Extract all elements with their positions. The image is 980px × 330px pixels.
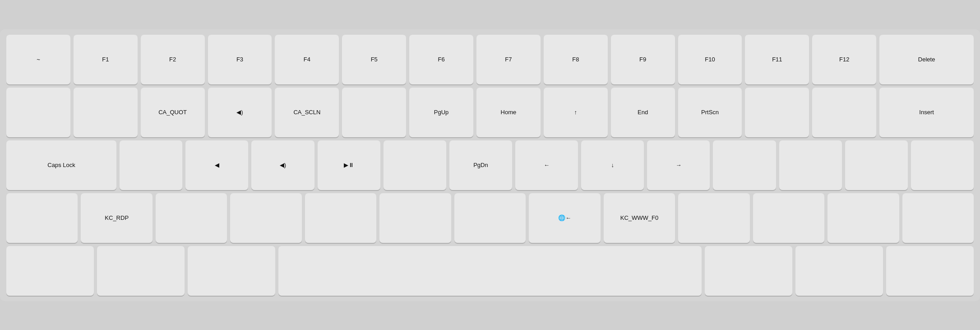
key-tilde[interactable]: ~ (6, 35, 70, 84)
key-label-vol-mid: ◀) (236, 109, 243, 116)
key-r3k2[interactable] (120, 140, 182, 190)
key-r4k12[interactable] (827, 193, 899, 243)
key-f9[interactable]: F9 (611, 35, 675, 84)
key-f5[interactable]: F5 (342, 35, 406, 84)
key-f11[interactable]: F11 (745, 35, 809, 84)
key-label-ca-quot: CA_QUOT (158, 109, 187, 116)
key-label-www-back: 🌐← (558, 214, 571, 221)
key-r4k7[interactable] (454, 193, 526, 243)
key-vol-dn[interactable]: ◀) (251, 140, 314, 190)
key-r5k6[interactable] (795, 246, 883, 296)
key-f7[interactable]: F7 (476, 35, 541, 84)
row5 (6, 246, 974, 296)
key-home[interactable]: Home (476, 88, 541, 137)
key-insert[interactable]: Insert (879, 88, 974, 137)
key-label-f2: F2 (169, 56, 176, 63)
key-label-up: ↑ (574, 109, 578, 116)
key-label-home: Home (501, 109, 517, 116)
key-label-f9: F9 (639, 56, 646, 63)
key-r2k2[interactable] (74, 88, 138, 137)
key-www-back[interactable]: 🌐← (529, 193, 600, 243)
row3: Caps Lock◀◀)▶⏸PgDn←↓→ (6, 140, 974, 190)
key-r2k13[interactable] (812, 88, 876, 137)
key-r3k12[interactable] (779, 140, 842, 190)
key-f10[interactable]: F10 (678, 35, 742, 84)
key-label-f11: F11 (772, 56, 782, 63)
key-ca-scln[interactable]: CA_SCLN (275, 88, 339, 137)
key-label-f6: F6 (438, 56, 445, 63)
key-playpause[interactable]: ▶⏸ (318, 140, 380, 190)
key-label-kc-rdp: KC_RDP (105, 214, 129, 221)
keyboard: ~F1F2F3F4F5F6F7F8F9F10F11F12DeleteCA_QUO… (0, 29, 980, 301)
key-r5k2[interactable] (97, 246, 185, 296)
key-r4k10[interactable] (678, 193, 749, 243)
key-label-down: ↓ (611, 162, 614, 168)
key-r5k1[interactable] (6, 246, 94, 296)
key-r3k11[interactable] (713, 140, 776, 190)
key-space[interactable] (278, 246, 702, 296)
key-r4k1[interactable] (6, 193, 78, 243)
key-label-f10: F10 (705, 56, 715, 63)
key-label-prev: ◀ (215, 162, 219, 168)
key-label-kc-www: KC_WWW_F0 (620, 214, 659, 221)
key-label-f3: F3 (236, 56, 243, 63)
key-r5k3[interactable] (188, 246, 275, 296)
key-pgup[interactable]: PgUp (409, 88, 473, 137)
key-r3k14[interactable] (911, 140, 974, 190)
key-f1[interactable]: F1 (74, 35, 138, 84)
key-f2[interactable]: F2 (141, 35, 205, 84)
key-r4k3[interactable] (156, 193, 227, 243)
key-label-f4: F4 (304, 56, 310, 63)
key-r3k13[interactable] (845, 140, 908, 190)
key-right[interactable]: → (647, 140, 710, 190)
key-f12[interactable]: F12 (812, 35, 876, 84)
key-ca-quot[interactable]: CA_QUOT (141, 88, 205, 137)
key-label-vol-dn: ◀) (280, 162, 286, 168)
key-left[interactable]: ← (515, 140, 578, 190)
key-r2k1[interactable] (6, 88, 70, 137)
key-up[interactable]: ↑ (544, 88, 608, 137)
key-label-delete: Delete (918, 56, 935, 63)
key-label-prtscn: PrtScn (701, 109, 719, 116)
key-label-insert: Insert (919, 109, 934, 116)
key-r2k6[interactable] (342, 88, 406, 137)
key-pgdn[interactable]: PgDn (449, 140, 512, 190)
key-prev[interactable]: ◀ (185, 140, 248, 190)
key-r2k12[interactable] (745, 88, 809, 137)
key-r5k5[interactable] (705, 246, 792, 296)
key-r3k6[interactable] (384, 140, 446, 190)
key-vol-mid[interactable]: ◀) (208, 88, 272, 137)
key-kc-www[interactable]: KC_WWW_F0 (604, 193, 675, 243)
key-f3[interactable]: F3 (208, 35, 272, 84)
key-caps[interactable]: Caps Lock (6, 140, 116, 190)
key-r4k6[interactable] (379, 193, 451, 243)
key-label-end: End (638, 109, 648, 116)
row4: KC_RDP🌐←KC_WWW_F0 (6, 193, 974, 243)
key-r4k4[interactable] (230, 193, 301, 243)
key-label-caps: Caps Lock (47, 162, 75, 168)
key-f4[interactable]: F4 (275, 35, 339, 84)
key-label-tilde: ~ (37, 56, 40, 63)
key-label-playpause: ▶⏸ (344, 162, 354, 168)
key-r4k5[interactable] (305, 193, 376, 243)
key-label-f12: F12 (839, 56, 849, 63)
key-delete[interactable]: Delete (879, 35, 974, 84)
key-label-f7: F7 (505, 56, 512, 63)
key-label-ca-scln: CA_SCLN (293, 109, 320, 116)
key-kc-rdp[interactable]: KC_RDP (81, 193, 152, 243)
key-label-f5: F5 (371, 56, 378, 63)
key-label-pgup: PgUp (434, 109, 449, 116)
key-r4k13[interactable] (902, 193, 974, 243)
row1: ~F1F2F3F4F5F6F7F8F9F10F11F12Delete (6, 35, 974, 84)
key-r4k11[interactable] (753, 193, 824, 243)
key-label-pgdn: PgDn (473, 162, 488, 168)
key-f8[interactable]: F8 (544, 35, 608, 84)
key-label-f1: F1 (102, 56, 109, 63)
key-f6[interactable]: F6 (409, 35, 473, 84)
key-label-left: ← (544, 162, 550, 168)
key-r5k7[interactable] (886, 246, 974, 296)
key-prtscn[interactable]: PrtScn (678, 88, 742, 137)
key-end[interactable]: End (611, 88, 675, 137)
key-down[interactable]: ↓ (581, 140, 644, 190)
key-label-f8: F8 (572, 56, 579, 63)
